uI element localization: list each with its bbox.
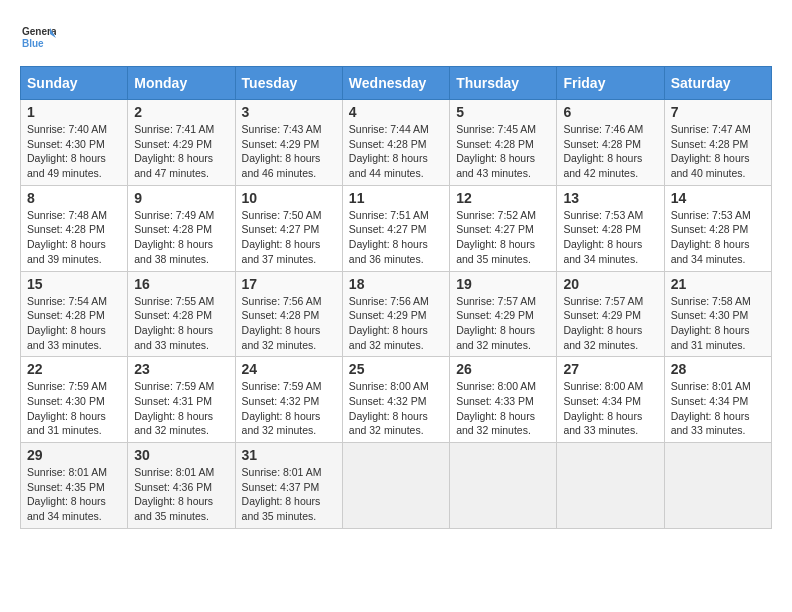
sunset-label: Sunset: 4:35 PM xyxy=(27,481,105,493)
day-info: Sunrise: 7:47 AM Sunset: 4:28 PM Dayligh… xyxy=(671,122,765,181)
sunset-label: Sunset: 4:28 PM xyxy=(27,309,105,321)
sunset-label: Sunset: 4:28 PM xyxy=(563,223,641,235)
sunset-label: Sunset: 4:27 PM xyxy=(349,223,427,235)
sunset-label: Sunset: 4:34 PM xyxy=(671,395,749,407)
day-info: Sunrise: 7:40 AM Sunset: 4:30 PM Dayligh… xyxy=(27,122,121,181)
sunset-label: Sunset: 4:28 PM xyxy=(134,309,212,321)
header-sunday: Sunday xyxy=(21,67,128,100)
daylight-label: Daylight: 8 hours and 40 minutes. xyxy=(671,152,750,179)
daylight-label: Daylight: 8 hours and 32 minutes. xyxy=(349,324,428,351)
logo: General Blue xyxy=(20,20,56,56)
logo-svg: General Blue xyxy=(20,20,56,56)
sunrise-label: Sunrise: 7:56 AM xyxy=(242,295,322,307)
day-number: 27 xyxy=(563,361,657,377)
sunset-label: Sunset: 4:27 PM xyxy=(456,223,534,235)
day-number: 6 xyxy=(563,104,657,120)
week-row-3: 15 Sunrise: 7:54 AM Sunset: 4:28 PM Dayl… xyxy=(21,271,772,357)
sunrise-label: Sunrise: 7:54 AM xyxy=(27,295,107,307)
calendar-cell xyxy=(450,443,557,529)
calendar-cell: 30 Sunrise: 8:01 AM Sunset: 4:36 PM Dayl… xyxy=(128,443,235,529)
sunrise-label: Sunrise: 7:53 AM xyxy=(563,209,643,221)
calendar-cell: 24 Sunrise: 7:59 AM Sunset: 4:32 PM Dayl… xyxy=(235,357,342,443)
calendar-cell: 17 Sunrise: 7:56 AM Sunset: 4:28 PM Dayl… xyxy=(235,271,342,357)
sunset-label: Sunset: 4:32 PM xyxy=(349,395,427,407)
sunset-label: Sunset: 4:30 PM xyxy=(671,309,749,321)
daylight-label: Daylight: 8 hours and 37 minutes. xyxy=(242,238,321,265)
daylight-label: Daylight: 8 hours and 39 minutes. xyxy=(27,238,106,265)
day-info: Sunrise: 7:45 AM Sunset: 4:28 PM Dayligh… xyxy=(456,122,550,181)
week-row-5: 29 Sunrise: 8:01 AM Sunset: 4:35 PM Dayl… xyxy=(21,443,772,529)
header: General Blue xyxy=(20,20,772,56)
calendar-cell xyxy=(342,443,449,529)
sunrise-label: Sunrise: 7:59 AM xyxy=(242,380,322,392)
calendar-cell: 2 Sunrise: 7:41 AM Sunset: 4:29 PM Dayli… xyxy=(128,100,235,186)
calendar-cell: 22 Sunrise: 7:59 AM Sunset: 4:30 PM Dayl… xyxy=(21,357,128,443)
sunset-label: Sunset: 4:28 PM xyxy=(27,223,105,235)
day-number: 18 xyxy=(349,276,443,292)
sunrise-label: Sunrise: 8:01 AM xyxy=(671,380,751,392)
day-number: 15 xyxy=(27,276,121,292)
day-info: Sunrise: 7:50 AM Sunset: 4:27 PM Dayligh… xyxy=(242,208,336,267)
daylight-label: Daylight: 8 hours and 31 minutes. xyxy=(27,410,106,437)
daylight-label: Daylight: 8 hours and 32 minutes. xyxy=(456,324,535,351)
day-number: 13 xyxy=(563,190,657,206)
sunrise-label: Sunrise: 7:53 AM xyxy=(671,209,751,221)
day-number: 3 xyxy=(242,104,336,120)
sunrise-label: Sunrise: 8:00 AM xyxy=(563,380,643,392)
day-info: Sunrise: 7:54 AM Sunset: 4:28 PM Dayligh… xyxy=(27,294,121,353)
sunrise-label: Sunrise: 7:40 AM xyxy=(27,123,107,135)
calendar-cell xyxy=(557,443,664,529)
day-number: 29 xyxy=(27,447,121,463)
daylight-label: Daylight: 8 hours and 31 minutes. xyxy=(671,324,750,351)
sunset-label: Sunset: 4:29 PM xyxy=(456,309,534,321)
calendar-cell: 31 Sunrise: 8:01 AM Sunset: 4:37 PM Dayl… xyxy=(235,443,342,529)
week-row-2: 8 Sunrise: 7:48 AM Sunset: 4:28 PM Dayli… xyxy=(21,185,772,271)
sunset-label: Sunset: 4:31 PM xyxy=(134,395,212,407)
day-info: Sunrise: 7:58 AM Sunset: 4:30 PM Dayligh… xyxy=(671,294,765,353)
calendar-cell: 28 Sunrise: 8:01 AM Sunset: 4:34 PM Dayl… xyxy=(664,357,771,443)
day-number: 31 xyxy=(242,447,336,463)
daylight-label: Daylight: 8 hours and 33 minutes. xyxy=(27,324,106,351)
day-info: Sunrise: 7:52 AM Sunset: 4:27 PM Dayligh… xyxy=(456,208,550,267)
calendar-cell: 7 Sunrise: 7:47 AM Sunset: 4:28 PM Dayli… xyxy=(664,100,771,186)
day-info: Sunrise: 7:57 AM Sunset: 4:29 PM Dayligh… xyxy=(456,294,550,353)
sunrise-label: Sunrise: 7:58 AM xyxy=(671,295,751,307)
sunset-label: Sunset: 4:29 PM xyxy=(349,309,427,321)
sunrise-label: Sunrise: 7:57 AM xyxy=(563,295,643,307)
calendar-cell: 20 Sunrise: 7:57 AM Sunset: 4:29 PM Dayl… xyxy=(557,271,664,357)
daylight-label: Daylight: 8 hours and 34 minutes. xyxy=(671,238,750,265)
daylight-label: Daylight: 8 hours and 32 minutes. xyxy=(134,410,213,437)
calendar-cell: 16 Sunrise: 7:55 AM Sunset: 4:28 PM Dayl… xyxy=(128,271,235,357)
day-info: Sunrise: 8:01 AM Sunset: 4:35 PM Dayligh… xyxy=(27,465,121,524)
day-number: 22 xyxy=(27,361,121,377)
sunrise-label: Sunrise: 8:01 AM xyxy=(134,466,214,478)
day-info: Sunrise: 8:01 AM Sunset: 4:34 PM Dayligh… xyxy=(671,379,765,438)
sunrise-label: Sunrise: 7:56 AM xyxy=(349,295,429,307)
daylight-label: Daylight: 8 hours and 33 minutes. xyxy=(563,410,642,437)
daylight-label: Daylight: 8 hours and 34 minutes. xyxy=(27,495,106,522)
header-monday: Monday xyxy=(128,67,235,100)
day-info: Sunrise: 7:59 AM Sunset: 4:30 PM Dayligh… xyxy=(27,379,121,438)
calendar-cell: 19 Sunrise: 7:57 AM Sunset: 4:29 PM Dayl… xyxy=(450,271,557,357)
daylight-label: Daylight: 8 hours and 38 minutes. xyxy=(134,238,213,265)
sunrise-label: Sunrise: 7:48 AM xyxy=(27,209,107,221)
calendar-cell: 27 Sunrise: 8:00 AM Sunset: 4:34 PM Dayl… xyxy=(557,357,664,443)
daylight-label: Daylight: 8 hours and 32 minutes. xyxy=(242,324,321,351)
daylight-label: Daylight: 8 hours and 32 minutes. xyxy=(349,410,428,437)
day-info: Sunrise: 7:46 AM Sunset: 4:28 PM Dayligh… xyxy=(563,122,657,181)
daylight-label: Daylight: 8 hours and 47 minutes. xyxy=(134,152,213,179)
sunset-label: Sunset: 4:29 PM xyxy=(242,138,320,150)
day-number: 12 xyxy=(456,190,550,206)
sunset-label: Sunset: 4:28 PM xyxy=(671,138,749,150)
week-row-1: 1 Sunrise: 7:40 AM Sunset: 4:30 PM Dayli… xyxy=(21,100,772,186)
day-info: Sunrise: 7:43 AM Sunset: 4:29 PM Dayligh… xyxy=(242,122,336,181)
calendar-cell: 13 Sunrise: 7:53 AM Sunset: 4:28 PM Dayl… xyxy=(557,185,664,271)
calendar-cell: 12 Sunrise: 7:52 AM Sunset: 4:27 PM Dayl… xyxy=(450,185,557,271)
daylight-label: Daylight: 8 hours and 49 minutes. xyxy=(27,152,106,179)
calendar-cell: 21 Sunrise: 7:58 AM Sunset: 4:30 PM Dayl… xyxy=(664,271,771,357)
calendar-cell: 10 Sunrise: 7:50 AM Sunset: 4:27 PM Dayl… xyxy=(235,185,342,271)
daylight-label: Daylight: 8 hours and 35 minutes. xyxy=(134,495,213,522)
calendar-table: SundayMondayTuesdayWednesdayThursdayFrid… xyxy=(20,66,772,529)
sunset-label: Sunset: 4:34 PM xyxy=(563,395,641,407)
day-info: Sunrise: 7:56 AM Sunset: 4:29 PM Dayligh… xyxy=(349,294,443,353)
